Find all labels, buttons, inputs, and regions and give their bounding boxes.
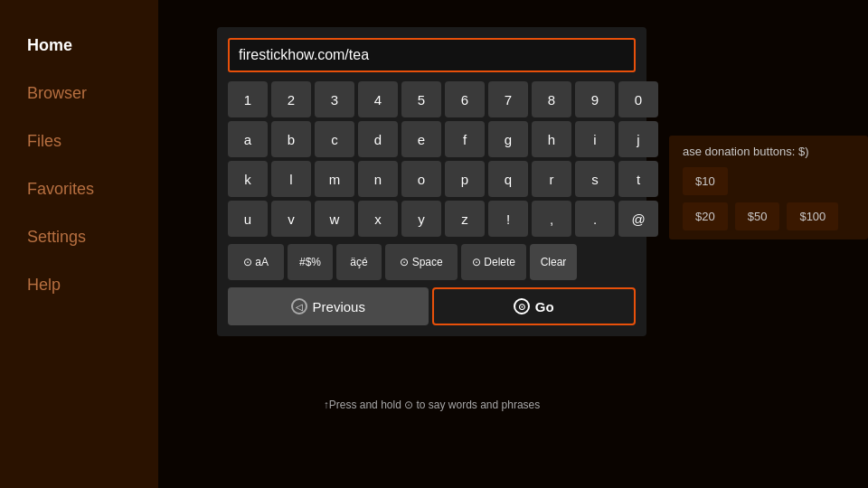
url-bar-wrapper[interactable] <box>228 38 636 72</box>
key-1[interactable]: 1 <box>228 81 268 117</box>
letter-row-1: a b c d e f g h i j <box>228 121 636 157</box>
key-v[interactable]: v <box>271 201 311 237</box>
key-d[interactable]: d <box>358 121 398 157</box>
donation-btn-10[interactable]: $10 <box>683 167 728 195</box>
key-delete[interactable]: ⊙ Delete <box>461 244 526 280</box>
letter-row-3: u v w x y z ! , . @ <box>228 201 636 237</box>
key-i[interactable]: i <box>575 121 615 157</box>
key-n[interactable]: n <box>358 161 398 197</box>
key-9[interactable]: 9 <box>575 81 615 117</box>
key-q[interactable]: q <box>488 161 528 197</box>
key-6[interactable]: 6 <box>445 81 485 117</box>
key-accents[interactable]: äçé <box>336 244 382 280</box>
donation-row1: $10 <box>683 167 854 195</box>
key-y[interactable]: y <box>401 201 441 237</box>
key-symbols[interactable]: #$% <box>288 244 333 280</box>
donation-btn-50[interactable]: $50 <box>735 202 780 230</box>
nav-row: ◁ Previous ⊙ Go <box>228 287 636 325</box>
donation-btn-20[interactable]: $20 <box>683 202 728 230</box>
key-p[interactable]: p <box>445 161 485 197</box>
previous-icon: ◁ <box>291 298 307 314</box>
letter-row-2: k l m n o p q r s t <box>228 161 636 197</box>
key-clear[interactable]: Clear <box>530 244 577 280</box>
key-z[interactable]: z <box>445 201 485 237</box>
key-b[interactable]: b <box>271 121 311 157</box>
previous-button[interactable]: ◁ Previous <box>228 287 429 325</box>
donation-sub: $) <box>798 145 809 158</box>
donation-row2: $20 $50 $100 <box>683 202 854 230</box>
key-space[interactable]: ⊙ Space <box>385 244 458 280</box>
key-5[interactable]: 5 <box>401 81 441 117</box>
key-8[interactable]: 8 <box>532 81 571 117</box>
key-exclaim[interactable]: ! <box>488 201 528 237</box>
hint-text: ↑Press and hold ⊙ to say words and phras… <box>217 399 646 411</box>
key-g[interactable]: g <box>488 121 528 157</box>
right-panel: ase donation buttons: $) $10 $20 $50 $10… <box>651 0 868 488</box>
key-u[interactable]: u <box>228 201 268 237</box>
key-w[interactable]: w <box>315 201 354 237</box>
key-0[interactable]: 0 <box>618 81 658 117</box>
key-k[interactable]: k <box>228 161 268 197</box>
donation-box: ase donation buttons: $) $10 $20 $50 $10… <box>669 136 868 239</box>
key-e[interactable]: e <box>401 121 441 157</box>
donation-btn-100[interactable]: $100 <box>787 202 838 230</box>
sidebar-item-help[interactable]: Help <box>27 276 158 295</box>
special-row: ⊙ aA #$% äçé ⊙ Space ⊙ Delete Clear <box>228 244 636 280</box>
key-l[interactable]: l <box>271 161 311 197</box>
key-4[interactable]: 4 <box>358 81 398 117</box>
key-c[interactable]: c <box>315 121 354 157</box>
key-h[interactable]: h <box>532 121 571 157</box>
donation-label: ase donation buttons: <box>683 145 795 158</box>
key-j[interactable]: j <box>618 121 658 157</box>
key-r[interactable]: r <box>532 161 571 197</box>
key-o[interactable]: o <box>401 161 441 197</box>
main-area: ase donation buttons: $) $10 $20 $50 $10… <box>158 0 868 488</box>
sidebar-item-files[interactable]: Files <box>27 132 158 151</box>
key-7[interactable]: 7 <box>488 81 528 117</box>
key-x[interactable]: x <box>358 201 398 237</box>
sidebar: Home Browser Files Favorites Settings He… <box>0 0 158 488</box>
key-a[interactable]: a <box>228 121 268 157</box>
sidebar-item-settings[interactable]: Settings <box>27 228 158 247</box>
keyboard-dialog: 1 2 3 4 5 6 7 8 9 0 a b c d e f g h <box>217 27 646 336</box>
go-button[interactable]: ⊙ Go <box>432 287 637 325</box>
go-icon: ⊙ <box>514 298 530 314</box>
keyboard: 1 2 3 4 5 6 7 8 9 0 a b c d e f g h <box>228 81 636 280</box>
key-period[interactable]: . <box>575 201 615 237</box>
key-toggle-case[interactable]: ⊙ aA <box>228 244 284 280</box>
sidebar-item-favorites[interactable]: Favorites <box>27 180 158 199</box>
key-s[interactable]: s <box>575 161 615 197</box>
key-comma[interactable]: , <box>532 201 571 237</box>
key-m[interactable]: m <box>315 161 354 197</box>
sidebar-item-home[interactable]: Home <box>27 36 158 55</box>
key-3[interactable]: 3 <box>315 81 354 117</box>
key-at[interactable]: @ <box>618 201 658 237</box>
key-2[interactable]: 2 <box>271 81 311 117</box>
number-row: 1 2 3 4 5 6 7 8 9 0 <box>228 81 636 117</box>
key-t[interactable]: t <box>618 161 658 197</box>
sidebar-item-browser[interactable]: Browser <box>27 84 158 103</box>
key-f[interactable]: f <box>445 121 485 157</box>
url-input[interactable] <box>239 47 625 63</box>
